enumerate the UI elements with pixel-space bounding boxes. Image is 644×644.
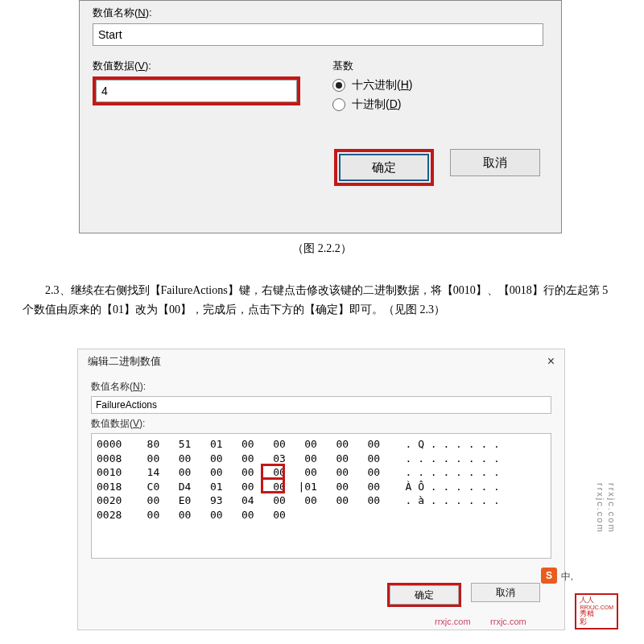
edit-dword-dialog: 数值名称(N): 数值数据(V): 基数 十六进制(H) 十进制 (79, 0, 562, 233)
hex-row: 0000 80 51 01 00 00 00 00 00 . Q . . . .… (97, 437, 546, 452)
edit-binary-dialog: 编辑二进制数值 × 数值名称(N): 数值数据(V): 0000 80 51 0… (77, 349, 565, 630)
watermark-site: rrxjc.com (607, 483, 617, 534)
value-name-label: 数值名称(N): (93, 6, 548, 20)
value-name-input[interactable] (93, 23, 543, 46)
dialog-title: 编辑二进制数值 (88, 354, 161, 369)
value-data-label: 数值数据(V): (93, 59, 300, 73)
radix-label: 基数 (332, 59, 548, 73)
hex-editor[interactable]: 0000 80 51 01 00 00 00 00 00 . Q . . . .… (91, 433, 551, 559)
hex-row: 0020 00 E0 93 04 00 00 00 00 . à . . . .… (97, 493, 546, 508)
hex-row: 0018 C0 D4 01 00 00 |01 00 00 À Ô . . . … (97, 480, 546, 494)
value-name-label: 数值名称(N): (91, 380, 551, 394)
ok-button[interactable]: 确定 (339, 154, 429, 181)
radix-hex-option[interactable]: 十六进制(H) (332, 78, 548, 93)
hex-row: 0028 00 00 00 00 00 (97, 508, 546, 522)
figure-caption-222: （图 2.2.2） (0, 242, 644, 256)
watermark-bottom: rrxjc.com rrxjc.com (435, 617, 526, 626)
ok-button[interactable]: 确定 (390, 585, 459, 605)
value-data-label: 数值数据(V): (91, 417, 551, 431)
radio-icon (332, 98, 345, 111)
highlight-ok-button: 确定 (387, 583, 461, 607)
hex-row: 0010 14 00 00 00 00 00 00 00 . . . . . .… (97, 465, 546, 480)
article-paragraph: 2.3、继续在右侧找到【FailureActions】键，右键点击修改该键的二进… (23, 281, 621, 320)
hex-row: 0008 00 00 00 00 03 00 00 00 . . . . . .… (97, 452, 546, 466)
watermark-logo: 人人 RRXJC.COM 秀精 彩 (575, 593, 618, 630)
watermark-site: rrxjc.com (596, 483, 605, 534)
radix-dec-label: 十进制(D) (352, 97, 401, 112)
ime-badge-icon: S (541, 568, 557, 584)
value-name-input[interactable] (91, 396, 551, 414)
value-data-input[interactable] (96, 80, 297, 102)
cancel-button[interactable]: 取消 (450, 149, 540, 176)
radix-hex-label: 十六进制(H) (352, 78, 412, 93)
radio-icon (332, 79, 345, 92)
cancel-button[interactable]: 取消 (471, 583, 540, 602)
ime-text: 中, (561, 570, 573, 584)
radix-dec-option[interactable]: 十进制(D) (332, 97, 548, 112)
highlight-ok-button: 确定 (334, 149, 434, 186)
highlight-byte-0018 (261, 477, 285, 493)
close-icon[interactable]: × (547, 354, 555, 369)
highlight-data-input (93, 76, 300, 105)
